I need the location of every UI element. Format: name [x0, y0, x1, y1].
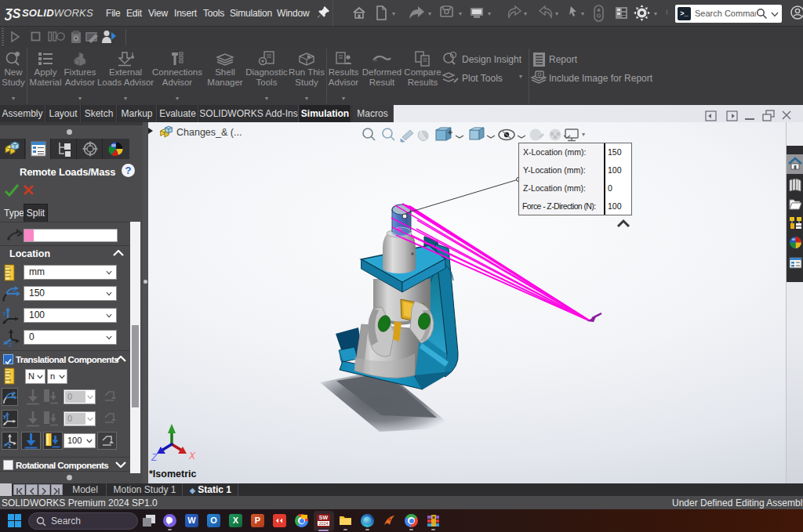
svg-text:Z: Z — [9, 342, 13, 347]
svg-text:Z: Z — [151, 452, 158, 463]
svg-text:X: X — [188, 451, 196, 461]
svg-text:X: X — [13, 288, 17, 295]
svg-text:Y: Y — [2, 310, 7, 317]
svg-text:ƷS: ƷS — [5, 7, 21, 20]
svg-text:Z: Z — [8, 443, 11, 449]
